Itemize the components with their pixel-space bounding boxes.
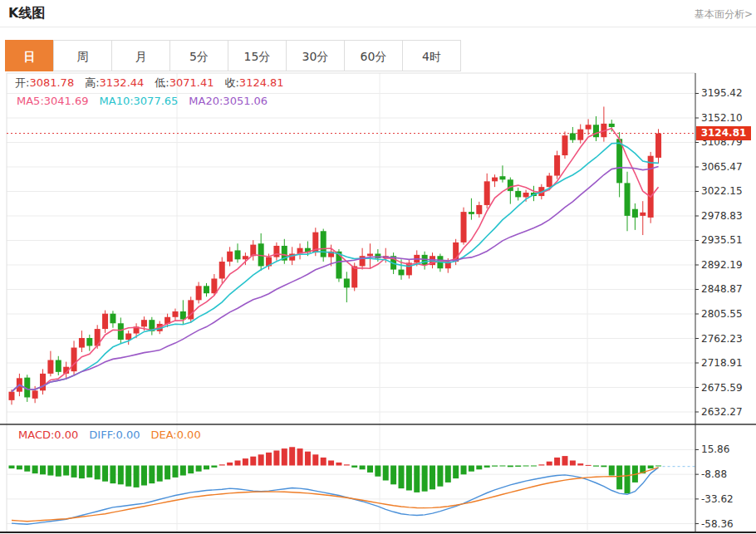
macd-bar[interactable] (655, 466, 661, 467)
candle[interactable] (609, 124, 615, 127)
macd-bar[interactable] (24, 466, 30, 472)
candle[interactable] (125, 334, 131, 340)
candle[interactable] (9, 392, 15, 400)
macd-bar[interactable] (422, 466, 428, 492)
candle[interactable] (344, 278, 350, 287)
macd-bar[interactable] (648, 466, 654, 469)
candle[interactable] (570, 133, 576, 140)
candle[interactable] (499, 176, 505, 179)
macd-bar[interactable] (360, 466, 366, 470)
macd-bar[interactable] (523, 466, 529, 467)
macd-bar[interactable] (554, 458, 560, 466)
macd-bar[interactable] (71, 466, 77, 478)
macd-bar[interactable] (227, 463, 233, 466)
macd-bar[interactable] (406, 466, 412, 491)
macd-bar[interactable] (149, 466, 155, 484)
macd-bar[interactable] (47, 466, 53, 476)
macd-bar[interactable] (492, 466, 498, 467)
macd-bar[interactable] (430, 466, 435, 490)
macd-bar[interactable] (17, 466, 22, 470)
candle[interactable] (227, 252, 233, 262)
macd-bar[interactable] (562, 456, 567, 465)
macd-bar[interactable] (56, 466, 61, 477)
candle[interactable] (196, 286, 202, 300)
candle[interactable] (172, 311, 178, 317)
macd-bar[interactable] (399, 466, 405, 489)
macd-bar[interactable] (164, 466, 170, 480)
candle[interactable] (141, 320, 147, 326)
macd-bar[interactable] (141, 466, 147, 486)
macd-bar[interactable] (95, 466, 101, 480)
macd-bar[interactable] (469, 466, 474, 472)
macd-bar[interactable] (258, 454, 264, 465)
candle[interactable] (118, 323, 124, 340)
macd-bar[interactable] (134, 466, 140, 487)
macd-bar[interactable] (390, 466, 396, 485)
macd-bar[interactable] (235, 460, 241, 465)
macd-bar[interactable] (118, 466, 124, 485)
candle[interactable] (399, 270, 405, 276)
macd-bar[interactable] (461, 466, 467, 475)
candle[interactable] (586, 125, 592, 129)
macd-bar[interactable] (437, 466, 443, 487)
macd-bar[interactable] (586, 465, 592, 466)
candle[interactable] (235, 250, 241, 259)
candle[interactable] (321, 231, 326, 257)
macd-bar[interactable] (125, 466, 131, 487)
macd-bar[interactable] (172, 466, 178, 478)
macd-bar[interactable] (538, 464, 544, 465)
macd-bar[interactable] (157, 466, 163, 482)
candle[interactable] (515, 191, 521, 197)
candle[interactable] (632, 209, 638, 218)
macd-bar[interactable] (351, 466, 357, 468)
macd-bar[interactable] (593, 466, 599, 467)
macd-bar[interactable] (367, 466, 373, 473)
macd-bar[interactable] (110, 466, 115, 484)
macd-bar[interactable] (375, 466, 380, 477)
macd-bar[interactable] (577, 463, 583, 465)
candle[interactable] (211, 278, 217, 293)
macd-bar[interactable] (383, 466, 389, 481)
candle[interactable] (351, 266, 357, 287)
macd-bar[interactable] (616, 466, 622, 490)
candle[interactable] (86, 338, 92, 346)
macd-bar[interactable] (601, 466, 606, 468)
macd-bar[interactable] (328, 460, 334, 465)
macd-bar[interactable] (188, 466, 194, 474)
macd-bar[interactable] (102, 466, 108, 482)
macd-bar[interactable] (484, 466, 490, 468)
candle[interactable] (40, 374, 46, 390)
candle[interactable] (469, 212, 474, 214)
macd-bar[interactable] (570, 460, 576, 465)
candle[interactable] (648, 156, 654, 218)
candle[interactable] (110, 314, 115, 324)
candle[interactable] (593, 125, 599, 137)
macd-bar[interactable] (609, 466, 615, 476)
macd-bar[interactable] (211, 466, 217, 468)
candle[interactable] (547, 176, 552, 188)
macd-bar[interactable] (508, 466, 513, 468)
candle[interactable] (625, 183, 631, 215)
candle[interactable] (79, 338, 85, 348)
macd-bar[interactable] (243, 458, 248, 465)
candle[interactable] (273, 246, 279, 257)
macd-bar[interactable] (344, 464, 350, 465)
macd-bar[interactable] (86, 466, 92, 478)
macd-bar[interactable] (79, 466, 85, 479)
macd-bar[interactable] (515, 466, 521, 467)
candle[interactable] (367, 254, 373, 257)
candle[interactable] (508, 179, 513, 191)
macd-bar[interactable] (453, 466, 459, 479)
candle[interactable] (554, 155, 560, 176)
macd-bar[interactable] (250, 457, 256, 466)
macd-bar[interactable] (40, 466, 46, 475)
macd-bar[interactable] (204, 466, 209, 470)
candle[interactable] (655, 134, 661, 158)
candle[interactable] (71, 348, 77, 372)
macd-bar[interactable] (312, 454, 318, 465)
candle[interactable] (219, 262, 225, 278)
macd-bar[interactable] (9, 466, 15, 469)
macd-bar[interactable] (625, 466, 631, 494)
candle[interactable] (461, 212, 467, 243)
candle[interactable] (476, 205, 482, 214)
